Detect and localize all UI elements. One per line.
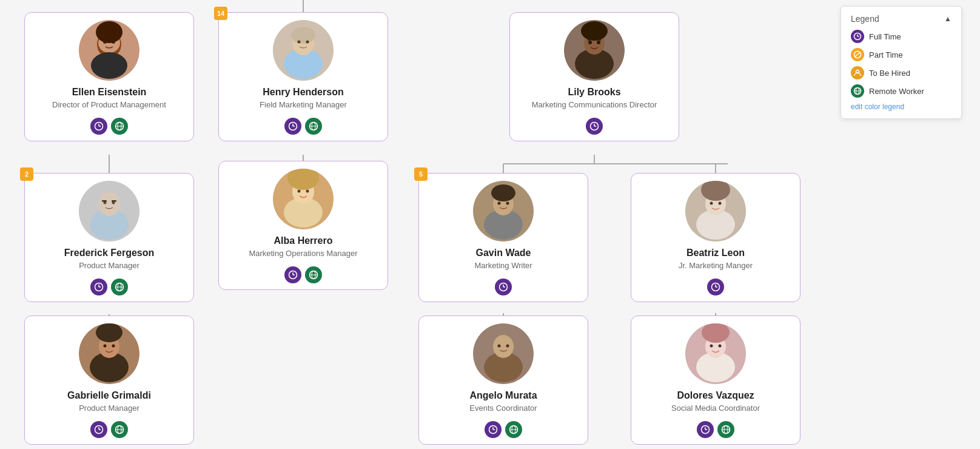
badge-remote-worker [505,421,522,438]
avatar-alba [273,169,334,229]
name-alba: Alba Herrero [274,235,333,246]
avatar-ellen [79,20,139,81]
legend-label-part-time: Part Time [869,50,903,59]
svg-point-41 [588,41,592,44]
card-gavin[interactable]: 5 Gavin WadeMarketing Writer [418,173,588,302]
legend-item-to-be-hired: To Be Hired [851,66,951,79]
card-alba[interactable]: Alba HerreroMarketing Operations Manager [218,161,388,290]
counter-frederick: 2 [20,167,33,181]
legend-header: Legend ▲ [851,14,951,24]
title-henry: Field Marketing Manager [260,100,347,109]
svg-point-106 [498,345,501,348]
title-frederick: Product Manager [79,261,139,270]
badge-full-time [586,118,603,135]
legend-item-part-time: Part Time [851,48,951,61]
badges-gabrielle [90,421,128,438]
legend-label-remote-worker: Remote Worker [869,87,924,96]
badge-remote-worker [305,118,322,135]
card-lily[interactable]: Lily BrooksMarketing Communications Dire… [509,12,679,141]
card-gabrielle[interactable]: Gabrielle GrimaldiProduct Manager [24,316,194,445]
org-chart: Ellen EisensteinDirector of Product Mana… [0,0,980,449]
name-henry: Henry Henderson [263,87,343,98]
legend-items: Full Time Part Time To Be Hired Remote W… [851,30,951,98]
badges-henry [284,118,322,135]
svg-point-119 [719,345,722,348]
badge-full-time [707,279,724,295]
title-gavin: Marketing Writer [474,261,532,270]
legend-title: Legend [851,14,879,24]
svg-point-94 [96,323,122,342]
svg-point-40 [581,21,608,41]
badge-remote-worker [305,266,322,283]
legend-item-remote-worker: Remote Worker [851,84,951,98]
title-ellen: Director of Product Management [52,100,166,109]
name-lily: Lily Brooks [568,87,620,98]
card-angelo[interactable]: Angelo MurataEvents Coordinator [418,316,588,445]
edit-legend-link[interactable]: edit color legend [851,103,951,111]
badges-alba [284,266,322,283]
badge-full-time [495,279,512,295]
name-beatriz: Beatriz Leon [686,248,745,258]
svg-point-105 [493,335,514,358]
badge-remote-worker [111,421,128,438]
svg-rect-53 [102,200,107,202]
badge-full-time [90,279,107,295]
title-dolores: Social Media Coordinator [671,403,760,413]
svg-point-87 [719,202,722,205]
badges-ellen [90,118,128,135]
card-beatriz[interactable]: Beatriz LeonJr. Marketing Manger [631,173,800,302]
badges-lily [586,118,603,135]
svg-point-95 [104,345,107,348]
svg-point-28 [291,27,315,44]
badge-full-time [485,421,502,438]
legend-toggle-icon[interactable]: ▲ [944,15,951,23]
card-dolores[interactable]: Dolores VazquezSocial Media Coordinator [631,316,800,445]
card-ellen[interactable]: Ellen EisensteinDirector of Product Mana… [24,12,194,141]
avatar-beatriz [685,181,746,241]
avatar-lily [564,20,625,81]
badges-gavin [495,279,512,295]
svg-point-29 [298,41,301,44]
svg-line-130 [854,52,861,57]
badge-remote-worker [717,421,734,438]
svg-rect-44 [598,39,601,41]
badges-angelo [485,421,522,438]
badge-full-time [697,421,714,438]
badge-remote-worker [111,279,128,295]
badge-remote-worker [111,118,128,135]
svg-point-118 [710,345,713,348]
card-henry[interactable]: 14 Henry HendersonField Marketing Manage… [218,12,388,141]
badge-full-time [284,266,301,283]
avatar-gavin [473,181,534,241]
legend-icon-remote-worker [851,84,864,98]
svg-point-50 [98,192,120,216]
avatar-angelo [473,323,534,384]
svg-point-15 [91,52,127,79]
title-angelo: Events Coordinator [469,403,537,413]
svg-rect-54 [112,200,116,202]
avatar-frederick [79,181,139,241]
badge-full-time [90,118,107,135]
legend-icon-part-time [851,48,864,61]
legend-icon-full-time [851,30,864,43]
badge-full-time [90,421,107,438]
svg-point-77 [498,202,501,205]
badges-frederick [90,279,128,295]
badges-dolores [697,421,734,438]
badges-beatriz [707,279,724,295]
svg-point-86 [710,202,713,205]
card-frederick[interactable]: 2 Frederick FergesonProduct Manager [24,173,194,302]
svg-point-18 [96,21,122,43]
svg-point-30 [306,41,309,44]
legend-label-to-be-hired: To Be Hired [869,69,910,78]
svg-rect-43 [588,39,591,41]
title-gabrielle: Product Manager [79,403,139,413]
badge-full-time [284,118,301,135]
svg-point-66 [306,190,309,193]
name-angelo: Angelo Murata [469,390,537,401]
title-lily: Marketing Communications Director [532,100,657,109]
svg-point-96 [112,345,115,348]
svg-point-107 [506,345,509,348]
counter-gavin: 5 [414,167,428,181]
avatar-henry [273,20,334,81]
